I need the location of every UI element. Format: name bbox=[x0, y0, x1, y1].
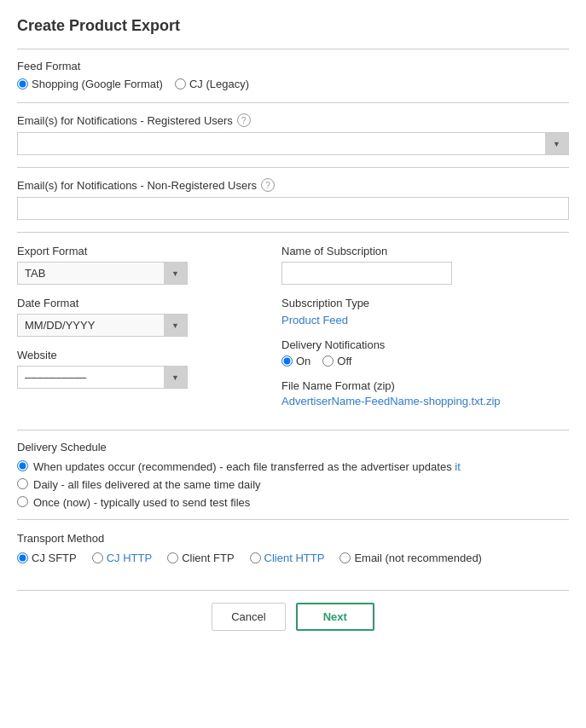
right-column: Name of Subscription Subscription Type P… bbox=[281, 245, 569, 419]
delivery-schedule-section: Delivery Schedule When updates occur (re… bbox=[17, 441, 569, 509]
email-registered-help-icon[interactable]: ? bbox=[237, 113, 251, 127]
feed-format-cj-radio[interactable] bbox=[175, 78, 186, 90]
subscription-name-field: Name of Subscription bbox=[281, 245, 569, 285]
feed-format-cj[interactable]: CJ (Legacy) bbox=[175, 78, 249, 90]
date-format-dropdown-wrapper: MM/DD/YYYY DD/MM/YYYY YYYY-MM-DD bbox=[17, 314, 188, 337]
date-format-label: Date Format bbox=[17, 297, 256, 309]
transport-email[interactable]: Email (not recommended) bbox=[339, 552, 482, 564]
subscription-name-input[interactable] bbox=[281, 262, 452, 285]
divider-2 bbox=[17, 167, 569, 168]
delivery-schedule-title: Delivery Schedule bbox=[17, 441, 569, 454]
page-title: Create Product Export bbox=[17, 17, 569, 35]
email-registered-dropdown-btn[interactable] bbox=[545, 132, 569, 155]
email-registered-input[interactable] bbox=[17, 132, 569, 155]
transport-cj-http-radio[interactable] bbox=[92, 552, 103, 563]
schedule-updates-highlight: it bbox=[455, 460, 461, 473]
subscription-type-field: Subscription Type Product Feed bbox=[281, 297, 569, 326]
email-non-registered-help-icon[interactable]: ? bbox=[261, 178, 275, 192]
transport-method-title: Transport Method bbox=[17, 532, 569, 545]
transport-cj-sftp[interactable]: CJ SFTP bbox=[17, 552, 77, 564]
date-format-select[interactable]: MM/DD/YYYY DD/MM/YYYY YYYY-MM-DD bbox=[17, 314, 188, 337]
feed-format-google-radio[interactable] bbox=[17, 78, 28, 90]
left-column: Export Format TAB CSV XML Date Format MM… bbox=[17, 245, 256, 419]
cancel-button[interactable]: Cancel bbox=[212, 603, 285, 631]
email-non-registered-input[interactable] bbox=[17, 197, 569, 220]
schedule-option-once: Once (now) - typically used to send test… bbox=[17, 496, 569, 509]
schedule-option-daily: Daily - all files delivered at the same … bbox=[17, 478, 569, 491]
two-col-section: Export Format TAB CSV XML Date Format MM… bbox=[17, 245, 569, 419]
file-name-format-field: File Name Format (zip) AdvertiserName-Fe… bbox=[281, 379, 569, 407]
email-registered-label: Email(s) for Notifications - Registered … bbox=[17, 113, 569, 127]
website-input[interactable] bbox=[17, 366, 188, 389]
delivery-notifications-field: Delivery Notifications On Off bbox=[281, 338, 569, 367]
feed-format-options: Shopping (Google Format) CJ (Legacy) bbox=[17, 78, 569, 90]
divider-1 bbox=[17, 102, 569, 103]
schedule-option-updates: When updates occur (recommended) - each … bbox=[17, 460, 569, 473]
divider-5 bbox=[17, 519, 569, 520]
top-divider bbox=[17, 49, 569, 49]
file-name-format-label: File Name Format (zip) bbox=[281, 379, 569, 392]
divider-3 bbox=[17, 232, 569, 233]
subscription-type-label: Subscription Type bbox=[281, 297, 569, 309]
subscription-type-value: Product Feed bbox=[281, 314, 569, 326]
website-label: Website bbox=[17, 349, 256, 361]
delivery-notifications-options: On Off bbox=[281, 355, 569, 367]
transport-method-section: Transport Method CJ SFTP CJ HTTP Client … bbox=[17, 532, 569, 564]
delivery-notifications-on-radio[interactable] bbox=[281, 355, 293, 367]
transport-client-ftp-radio[interactable] bbox=[167, 552, 178, 563]
next-button[interactable]: Next bbox=[296, 603, 374, 631]
date-format-field: Date Format MM/DD/YYYY DD/MM/YYYY YYYY-M… bbox=[17, 297, 256, 337]
schedule-once-radio[interactable] bbox=[17, 496, 28, 507]
buttons-row: Cancel Next bbox=[17, 590, 569, 631]
schedule-updates-radio[interactable] bbox=[17, 460, 28, 471]
website-field: Website bbox=[17, 349, 256, 389]
email-registered-section: Email(s) for Notifications - Registered … bbox=[17, 113, 569, 155]
export-format-select[interactable]: TAB CSV XML bbox=[17, 262, 188, 285]
delivery-notifications-label: Delivery Notifications bbox=[281, 338, 569, 351]
transport-method-options: CJ SFTP CJ HTTP Client FTP Client HTTP E… bbox=[17, 552, 569, 564]
transport-client-http[interactable]: Client HTTP bbox=[250, 552, 325, 564]
file-name-format-value: AdvertiserName-FeedName-shopping.txt.zip bbox=[281, 395, 569, 407]
email-registered-wrapper bbox=[17, 132, 569, 155]
delivery-notifications-off-radio[interactable] bbox=[322, 355, 334, 367]
feed-format-label: Feed Format bbox=[17, 60, 569, 72]
divider-4 bbox=[17, 430, 569, 430]
transport-client-ftp[interactable]: Client FTP bbox=[167, 552, 234, 564]
export-format-dropdown-wrapper: TAB CSV XML bbox=[17, 262, 188, 285]
delivery-notifications-on[interactable]: On bbox=[281, 355, 310, 367]
delivery-notifications-off[interactable]: Off bbox=[322, 355, 351, 367]
website-dropdown-wrapper bbox=[17, 366, 188, 389]
export-format-label: Export Format bbox=[17, 245, 256, 257]
feed-format-google[interactable]: Shopping (Google Format) bbox=[17, 78, 163, 90]
transport-client-http-radio[interactable] bbox=[250, 552, 261, 563]
schedule-daily-radio[interactable] bbox=[17, 478, 28, 489]
transport-cj-http[interactable]: CJ HTTP bbox=[92, 552, 152, 564]
subscription-name-label: Name of Subscription bbox=[281, 245, 569, 257]
export-format-field: Export Format TAB CSV XML bbox=[17, 245, 256, 285]
transport-cj-sftp-radio[interactable] bbox=[17, 552, 28, 563]
feed-format-section: Feed Format Shopping (Google Format) CJ … bbox=[17, 60, 569, 90]
transport-email-radio[interactable] bbox=[339, 552, 351, 563]
email-non-registered-label: Email(s) for Notifications - Non-Registe… bbox=[17, 178, 569, 192]
email-non-registered-section: Email(s) for Notifications - Non-Registe… bbox=[17, 178, 569, 220]
